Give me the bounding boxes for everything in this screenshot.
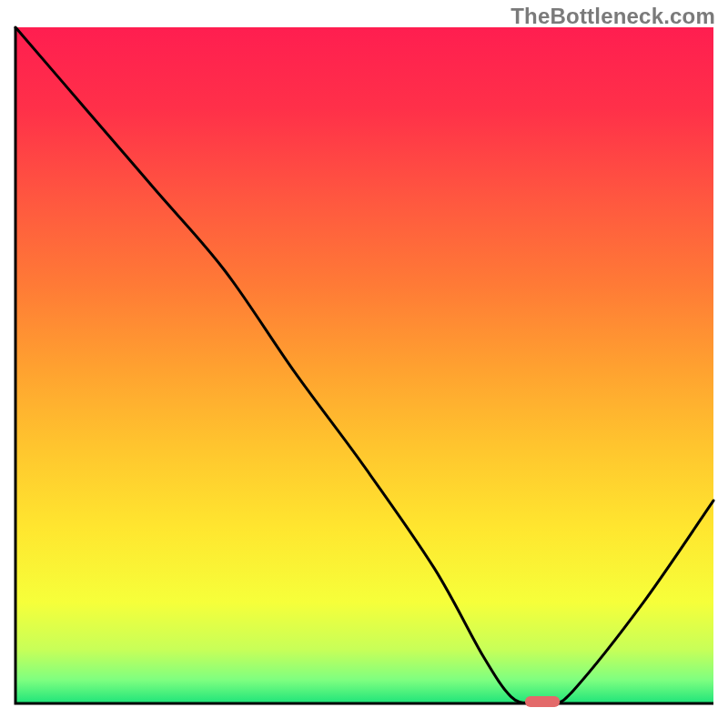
chart-background <box>15 27 713 703</box>
bottleneck-chart <box>0 0 728 728</box>
optimum-marker <box>525 696 560 707</box>
